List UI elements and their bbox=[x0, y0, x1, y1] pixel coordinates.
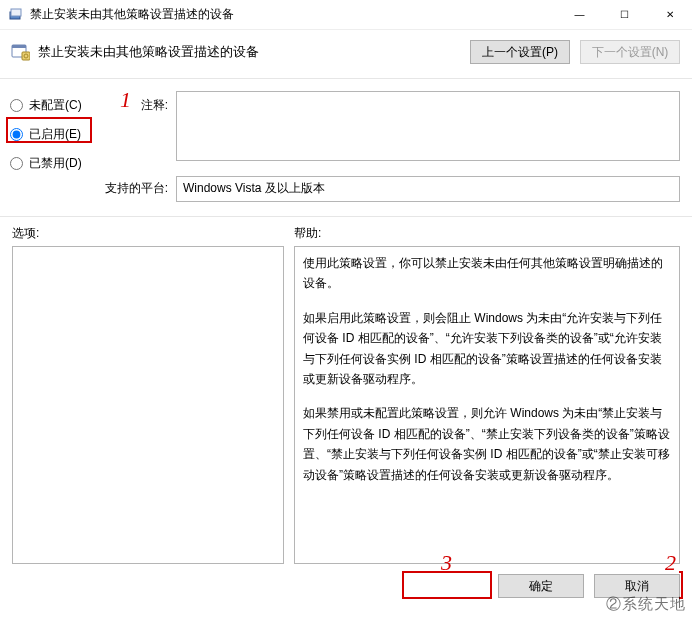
panels: 使用此策略设置，你可以禁止安装未由任何其他策略设置明确描述的设备。 如果启用此策… bbox=[0, 242, 692, 564]
state-radios: 未配置(C) 已启用(E) 已禁用(D) 1 bbox=[10, 91, 100, 172]
footer: 3 2 确定 取消 bbox=[0, 564, 692, 598]
svg-rect-3 bbox=[12, 45, 26, 48]
radio-not-configured-label: 未配置(C) bbox=[29, 97, 82, 114]
next-setting-button[interactable]: 下一个设置(N) bbox=[580, 40, 680, 64]
header-row: 禁止安装未由其他策略设置描述的设备 上一个设置(P) 下一个设置(N) bbox=[0, 30, 692, 70]
panel-labels: 选项: 帮助: bbox=[0, 225, 692, 242]
prev-setting-button[interactable]: 上一个设置(P) bbox=[470, 40, 570, 64]
close-button[interactable]: ✕ bbox=[647, 0, 692, 30]
supported-platform-text: Windows Vista 及以上版本 bbox=[183, 181, 325, 195]
config-row: 未配置(C) 已启用(E) 已禁用(D) 1 注释: bbox=[0, 87, 692, 174]
radio-enabled[interactable]: 已启用(E) bbox=[10, 126, 100, 143]
radio-disabled[interactable]: 已禁用(D) bbox=[10, 155, 100, 172]
divider bbox=[0, 78, 692, 79]
help-para: 如果启用此策略设置，则会阻止 Windows 为未由“允许安装与下列任何设备 I… bbox=[303, 308, 671, 390]
policy-icon bbox=[10, 42, 30, 62]
cancel-button[interactable]: 取消 bbox=[594, 574, 680, 598]
radio-disabled-input[interactable] bbox=[10, 157, 23, 170]
supported-label: 支持的平台: bbox=[100, 176, 176, 197]
help-para: 使用此策略设置，你可以禁止安装未由任何其他策略设置明确描述的设备。 bbox=[303, 253, 671, 294]
window-title: 禁止安装未由其他策略设置描述的设备 bbox=[30, 6, 557, 23]
annotation-box-3 bbox=[402, 571, 492, 599]
titlebar: 禁止安装未由其他策略设置描述的设备 — ☐ ✕ bbox=[0, 0, 692, 30]
radio-disabled-label: 已禁用(D) bbox=[29, 155, 82, 172]
help-label: 帮助: bbox=[294, 225, 321, 242]
radio-not-configured-input[interactable] bbox=[10, 99, 23, 112]
platform-row: 支持的平台: Windows Vista 及以上版本 bbox=[0, 174, 692, 208]
comment-textarea[interactable] bbox=[176, 91, 680, 161]
radio-enabled-label: 已启用(E) bbox=[29, 126, 81, 143]
svg-rect-1 bbox=[11, 9, 21, 16]
help-panel[interactable]: 使用此策略设置，你可以禁止安装未由任何其他策略设置明确描述的设备。 如果启用此策… bbox=[294, 246, 680, 564]
divider-2 bbox=[0, 216, 692, 217]
app-icon bbox=[8, 7, 24, 23]
policy-name: 禁止安装未由其他策略设置描述的设备 bbox=[38, 43, 470, 61]
ok-button[interactable]: 确定 bbox=[498, 574, 584, 598]
radio-not-configured[interactable]: 未配置(C) bbox=[10, 97, 100, 114]
minimize-button[interactable]: — bbox=[557, 0, 602, 30]
supported-platform-box: Windows Vista 及以上版本 bbox=[176, 176, 680, 202]
nav-buttons: 上一个设置(P) 下一个设置(N) bbox=[470, 40, 680, 64]
help-para: 如果禁用或未配置此策略设置，则允许 Windows 为未由“禁止安装与下列任何设… bbox=[303, 403, 671, 485]
radio-enabled-input[interactable] bbox=[10, 128, 23, 141]
comment-label: 注释: bbox=[100, 97, 168, 114]
comment-label-col: 注释: bbox=[100, 91, 176, 172]
options-label: 选项: bbox=[12, 225, 294, 242]
maximize-button[interactable]: ☐ bbox=[602, 0, 647, 30]
options-panel[interactable] bbox=[12, 246, 284, 564]
svg-rect-4 bbox=[22, 52, 30, 60]
